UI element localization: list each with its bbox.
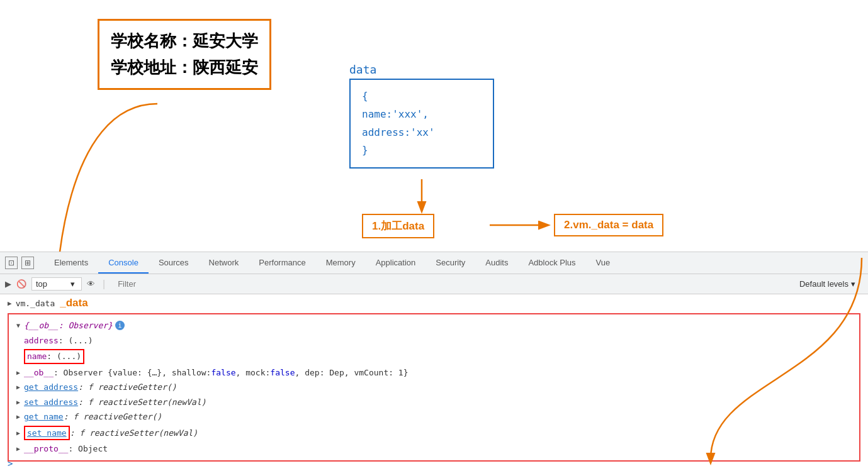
console-clear-icon[interactable]: 🚫 [16,279,26,289]
school-name: 学校名称：延安大学 [111,28,258,55]
school-box: 学校名称：延安大学 学校地址：陕西延安 [98,19,271,90]
info-icon: i [115,321,125,330]
default-levels-label: Default levels [799,279,848,289]
tab-sources[interactable]: Sources [149,252,199,274]
ob-triangle[interactable]: ▶ [16,368,24,377]
data-label: data [349,63,494,76]
devtools-icon-device[interactable]: ⊞ [21,257,34,269]
set-address-triangle[interactable]: ▶ [16,397,24,407]
name-triangle [16,352,24,361]
observer-header-row: ▼ {__ob__: Observer} i [9,318,859,333]
data-box: { name:'xxx', address:'xx' } [349,79,494,169]
top-area: 学校名称：延安大学 学校地址：陕西延安 data { name:'xxx', a… [0,0,868,252]
get-address-text: get address [24,381,78,394]
default-levels[interactable]: Default levels ▾ [799,279,863,289]
vm-data-text: vm._data [16,299,55,308]
tab-security[interactable]: Security [426,252,475,274]
get-name-triangle[interactable]: ▶ [16,412,24,421]
tab-performance[interactable]: Performance [249,252,315,274]
address-triangle [16,336,24,345]
school-address: 学校地址：陕西延安 [111,55,258,81]
set-name-triangle[interactable]: ▶ [16,428,24,438]
set-name-highlight: set name [24,426,70,441]
get-address-row: ▶ get address : f reactiveGetter() [9,380,859,395]
get-name-row: ▶ get name : f reactiveGetter() [9,409,859,424]
devtools-tabs: Elements Console Sources Network Perform… [44,252,620,274]
set-address-text: set address [24,396,78,409]
name-row: name: (...) [9,348,859,365]
name-key: name [27,352,47,361]
name-highlight: name: (...) [24,349,84,364]
tab-audits[interactable]: Audits [475,252,518,274]
data-line4: } [362,144,368,156]
ob-false2: false [270,367,295,379]
ob-false1: false [211,367,235,379]
tab-application[interactable]: Application [366,252,426,274]
console-toolbar: ▶ 🚫 top ▾ 👁 | Default levels ▾ [0,274,868,294]
top-select-value: top [36,279,47,289]
vm-data-triangle[interactable]: ▶ [8,299,12,308]
vm-data-line: ▶ vm._data _data [0,294,868,312]
set-name-text: set name [27,428,67,438]
devtools-icon-inspect[interactable]: ⊡ [5,257,18,269]
data-box-container: data { name:'xxx', address:'xx' } [349,63,494,169]
default-levels-chevron: ▾ [851,279,855,289]
set-name-row: ▶ set name : f reactiveSetter(newVal) [9,424,859,442]
proto-key: __proto__ [24,443,68,455]
get-address-triangle[interactable]: ▶ [16,382,24,392]
label-process-data: 1.加工data [362,214,434,238]
proto-row: ▶ __proto__ : Object [9,441,859,457]
ob-key: __ob__ [24,367,54,379]
observer-box: ▼ {__ob__: Observer} i address: (...) na… [8,313,860,462]
data-line3: address:'xx' [362,126,435,138]
tab-vue[interactable]: Vue [586,252,621,274]
tab-network[interactable]: Network [199,252,249,274]
address-text: address: (...) [24,335,93,347]
devtools-bar: ⊡ ⊞ Elements Console Sources Network Per… [0,252,868,274]
data-line1: { [362,90,368,102]
tab-memory[interactable]: Memory [316,252,366,274]
top-select[interactable]: top ▾ [31,277,82,291]
filter-input[interactable] [113,279,794,289]
eye-icon[interactable]: 👁 [87,279,95,289]
get-name-text: get name [24,411,64,423]
devtools-icons: ⊡ ⊞ [5,257,34,269]
proto-triangle[interactable]: ▶ [16,444,24,453]
ob-row: ▶ __ob__ : Observer {value: {…}, shallow… [9,365,859,380]
bottom-arrow-row: > [8,458,13,468]
set-address-row: ▶ set address : f reactiveSetter(newVal) [9,395,859,410]
address-key: address [24,336,59,345]
console-stop-icon[interactable]: ▶ [5,279,11,289]
observer-collapse-icon[interactable]: ▼ [16,321,24,330]
observer-header-text: {__ob__: Observer} [24,319,113,332]
console-content: ▶ vm._data _data ▼ {__ob__: Observer} i … [0,294,868,471]
bottom-arrow: > [8,458,13,468]
tab-elements[interactable]: Elements [44,252,98,274]
separator: | [103,279,105,290]
data-line2: name:'xxx', [362,108,429,120]
top-select-chevron: ▾ [70,279,75,289]
tab-console[interactable]: Console [98,252,149,274]
label-vm-data: 2.vm._data = data [554,214,663,236]
tab-adblock[interactable]: Adblock Plus [518,252,585,274]
data-label-annotation: _data [60,297,87,309]
address-row: address: (...) [9,333,859,348]
